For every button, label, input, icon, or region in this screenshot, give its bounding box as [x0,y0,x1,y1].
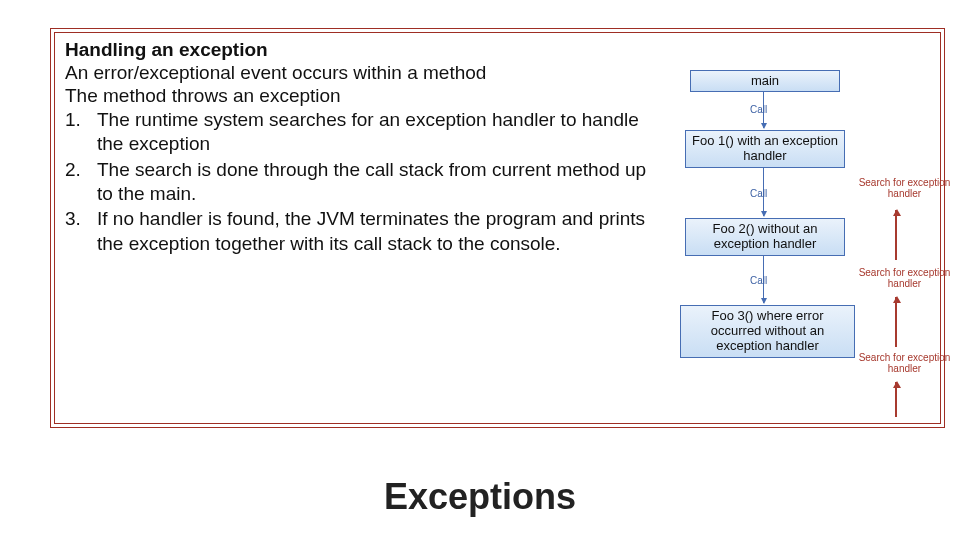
arrow-up-icon [895,210,897,260]
list-item: 1. The runtime system searches for an ex… [65,108,665,157]
search-label: Search for exception handler [857,178,952,199]
call-label: Call [750,188,767,199]
diagram-box-main: main [690,70,840,92]
page-title: Exceptions [0,476,960,518]
diagram-box-foo1: Foo 1() with an exception handler [685,130,845,168]
list-item: 2. The search is done through the call s… [65,158,665,207]
diagram-box-foo3: Foo 3() where error occurred without an … [680,305,855,358]
list-text: The search is done through the call stac… [91,158,665,207]
list-item: 3. If no handler is found, the JVM termi… [65,207,665,256]
arrow-up-icon [895,297,897,347]
numbered-list: 1. The runtime system searches for an ex… [65,108,665,256]
list-number: 3. [65,207,91,256]
search-label: Search for exception handler [857,353,952,374]
arrow-up-icon [895,382,897,417]
call-label: Call [750,275,767,286]
search-label: Search for exception handler [857,268,952,289]
list-text: The runtime system searches for an excep… [91,108,665,157]
list-number: 1. [65,108,91,157]
list-number: 2. [65,158,91,207]
section-heading: Handling an exception [65,39,930,61]
list-text: If no handler is found, the JVM terminat… [91,207,665,256]
call-stack-diagram: main Call Foo 1() with an exception hand… [670,70,860,410]
diagram-box-foo2: Foo 2() without an exception handler [685,218,845,256]
call-label: Call [750,104,767,115]
